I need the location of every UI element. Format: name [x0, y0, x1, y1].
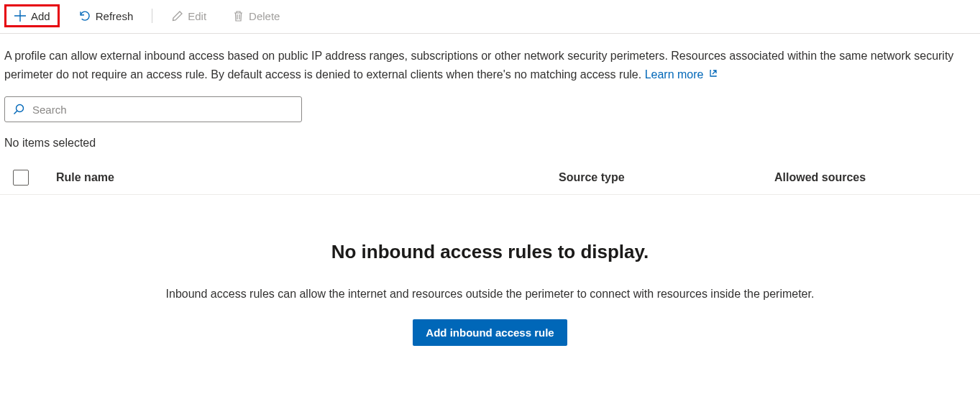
empty-state-subtitle: Inbound access rules can allow the inter…: [14, 288, 966, 301]
external-link-icon: [707, 68, 718, 78]
refresh-button[interactable]: Refresh: [71, 6, 141, 25]
learn-more-link[interactable]: Learn more: [645, 68, 718, 81]
toolbar: Add Refresh Edit Delete: [0, 0, 980, 34]
table-header-row: Rule name Source type Allowed sources: [0, 150, 980, 195]
search-wrapper: [4, 96, 976, 122]
add-inbound-access-rule-button[interactable]: Add inbound access rule: [413, 319, 567, 346]
learn-more-label: Learn more: [645, 68, 704, 81]
delete-button-label: Delete: [249, 10, 280, 22]
empty-state: No inbound access rules to display. Inbo…: [0, 195, 980, 367]
column-header-source-type[interactable]: Source type: [559, 171, 774, 184]
search-input[interactable]: [32, 104, 294, 116]
trash-icon: [232, 10, 244, 22]
edit-button: Edit: [164, 7, 214, 25]
empty-state-title: No inbound access rules to display.: [14, 241, 966, 263]
add-button-highlight: Add: [4, 4, 60, 27]
toolbar-divider: [152, 9, 152, 23]
add-button[interactable]: Add: [6, 6, 58, 25]
pencil-icon: [171, 10, 183, 22]
description-text: A profile can allow external inbound acc…: [0, 34, 980, 83]
refresh-button-label: Refresh: [96, 10, 134, 22]
search-icon: [12, 103, 25, 116]
add-button-label: Add: [31, 10, 50, 22]
column-header-rule-name[interactable]: Rule name: [56, 171, 559, 184]
selection-status: No items selected: [0, 122, 980, 150]
description-body: A profile can allow external inbound acc…: [4, 50, 953, 81]
search-box[interactable]: [4, 96, 302, 122]
select-all-checkbox[interactable]: [13, 170, 29, 186]
delete-button: Delete: [225, 7, 287, 25]
plus-icon: [14, 9, 27, 22]
edit-button-label: Edit: [188, 10, 206, 22]
refresh-icon: [78, 9, 91, 22]
column-header-allowed-sources[interactable]: Allowed sources: [774, 171, 976, 184]
select-all-cell: [13, 170, 56, 186]
